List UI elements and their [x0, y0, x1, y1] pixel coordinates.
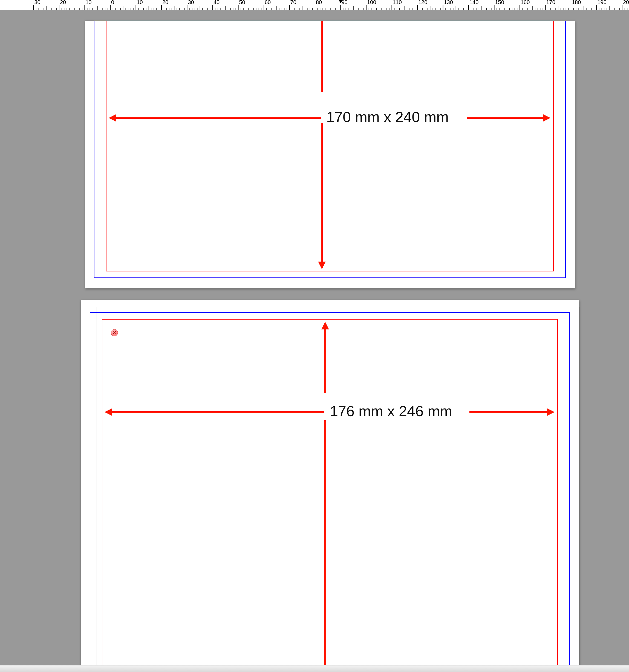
arrow-head-up-icon [321, 322, 329, 330]
svg-text:10: 10 [137, 0, 143, 5]
svg-text:70: 70 [290, 0, 297, 5]
svg-text:150: 150 [495, 0, 504, 5]
svg-text:20: 20 [162, 0, 168, 5]
svg-text:20: 20 [60, 0, 66, 5]
svg-text:0: 0 [111, 0, 114, 5]
page-1-vertical-arrow-top [321, 21, 323, 92]
svg-text:10: 10 [86, 0, 92, 5]
arrow-head-down-icon [318, 262, 326, 269]
svg-text:200: 200 [623, 0, 629, 5]
page-2-vertical-arrow-top [324, 329, 326, 393]
arrow-head-right-icon [543, 114, 551, 122]
page-2-dimension-label: 176 mm x 246 mm [330, 403, 452, 419]
svg-text:30: 30 [34, 0, 41, 5]
svg-text:140: 140 [469, 0, 479, 5]
page-2-red-frame [102, 319, 558, 672]
page-1-horizontal-arrow-left [116, 117, 321, 119]
page-2-vertical-arrow-bottom [324, 420, 326, 672]
overflow-warning-icon[interactable] [111, 329, 118, 336]
svg-text:60: 60 [265, 0, 271, 5]
page-2-horizontal-arrow-right [469, 411, 548, 413]
pasteboard[interactable]: 170 mm x 240 mm 176 mm x 246 mm [0, 10, 629, 670]
arrow-head-right-icon [547, 408, 555, 416]
page-1[interactable]: 170 mm x 240 mm [85, 21, 575, 288]
svg-text:110: 110 [393, 0, 402, 5]
svg-text:100: 100 [367, 0, 376, 5]
svg-text:160: 160 [520, 0, 530, 5]
page-2-horizontal-arrow-left [112, 411, 324, 413]
page-2[interactable]: 176 mm x 246 mm [81, 300, 579, 672]
svg-text:40: 40 [213, 0, 219, 5]
svg-text:50: 50 [239, 0, 245, 5]
svg-text:90: 90 [342, 0, 348, 5]
arrow-head-left-icon [104, 408, 112, 416]
page-1-vertical-arrow-bottom [321, 123, 323, 265]
page-1-horizontal-arrow-right [467, 117, 543, 119]
arrow-head-left-icon [109, 114, 116, 122]
svg-text:180: 180 [572, 0, 581, 5]
page-1-red-frame [106, 21, 554, 271]
svg-text:130: 130 [444, 0, 453, 5]
svg-text:190: 190 [598, 0, 607, 5]
horizontal-scrollbar[interactable] [0, 665, 629, 672]
svg-text:30: 30 [188, 0, 194, 5]
svg-text:120: 120 [418, 0, 427, 5]
svg-text:80: 80 [316, 0, 322, 5]
svg-text:170: 170 [546, 0, 555, 5]
horizontal-ruler[interactable]: 3020100102030405060708090100110120130140… [0, 0, 629, 10]
page-1-dimension-label: 170 mm x 240 mm [326, 109, 449, 125]
